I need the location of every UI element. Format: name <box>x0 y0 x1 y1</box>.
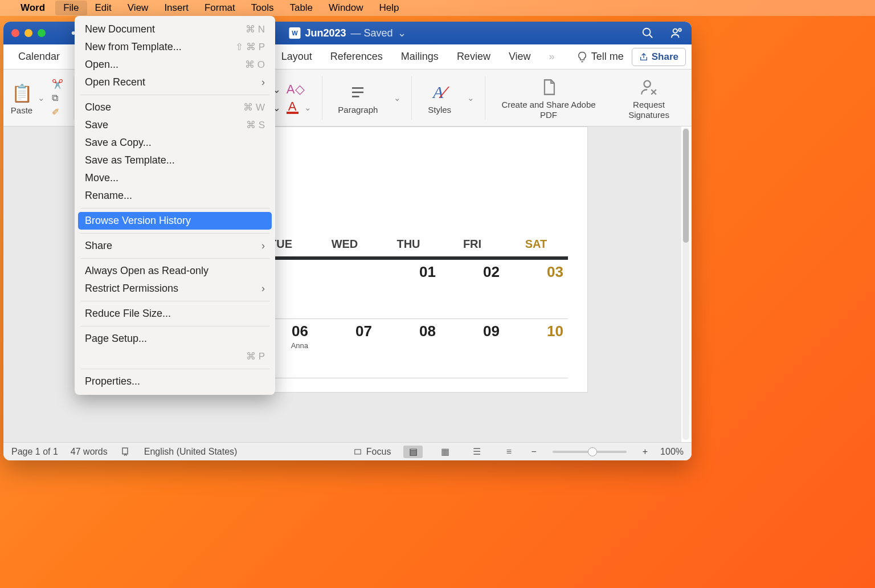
menu-page-setup[interactable]: Page Setup... <box>75 330 275 348</box>
window-close-button[interactable] <box>11 29 19 37</box>
word-count[interactable]: 47 words <box>71 447 108 457</box>
menu-read-only[interactable]: Always Open as Read-only <box>75 262 275 280</box>
menu-new-document[interactable]: New Document⌘ N <box>75 21 275 38</box>
menu-file[interactable]: File <box>55 1 87 15</box>
cal-cell[interactable]: 08 <box>419 322 436 340</box>
tab-references[interactable]: References <box>321 46 392 67</box>
menu-edit[interactable]: Edit <box>87 1 120 15</box>
search-icon[interactable] <box>641 27 654 39</box>
menu-insert[interactable]: Insert <box>156 1 197 15</box>
view-web-layout[interactable]: ▦ <box>435 446 455 458</box>
view-draft[interactable]: ≡ <box>499 446 518 458</box>
svg-point-3 <box>678 28 681 31</box>
menu-save[interactable]: Save⌘ S <box>75 116 275 134</box>
paragraph-label: Paragraph <box>338 105 378 115</box>
language-indicator[interactable]: English (United States) <box>144 447 238 457</box>
menu-open[interactable]: Open...⌘ O <box>75 56 275 74</box>
menu-help[interactable]: Help <box>371 1 407 15</box>
vertical-scrollbar[interactable] <box>682 128 689 440</box>
menu-save-copy[interactable]: Save a Copy... <box>75 134 275 152</box>
cal-cell[interactable]: 03 <box>547 263 563 280</box>
tab-layout[interactable]: Layout <box>272 46 321 67</box>
zoom-knob[interactable] <box>588 447 597 456</box>
svg-point-2 <box>673 29 677 33</box>
menu-restrict-permissions[interactable]: Restrict Permissions› <box>75 280 275 297</box>
paste-label: Paste <box>11 105 32 115</box>
chevron-right-icon: › <box>261 76 265 88</box>
focus-mode[interactable]: Focus <box>353 447 391 457</box>
menu-open-recent[interactable]: Open Recent› <box>75 74 275 91</box>
menu-view[interactable]: View <box>120 1 157 15</box>
menu-table[interactable]: Table <box>281 1 321 15</box>
zoom-level[interactable]: 100% <box>660 447 684 457</box>
paragraph-dropdown[interactable]: ⌄ <box>394 93 401 103</box>
clear-formatting-icon[interactable]: A◇ <box>287 82 305 97</box>
share-people-icon[interactable] <box>670 27 684 39</box>
tab-review[interactable]: Review <box>448 46 500 67</box>
tell-me[interactable]: Tell me <box>576 51 624 63</box>
window-minimize-button[interactable] <box>24 29 32 37</box>
cal-cell[interactable]: 06 <box>292 322 308 340</box>
format-painter-icon[interactable]: ✐ <box>52 107 63 117</box>
tabs-overflow-icon[interactable]: » <box>540 46 564 67</box>
focus-label: Focus <box>366 447 391 457</box>
menu-rename[interactable]: Rename... <box>75 187 275 205</box>
font-color-dropdown[interactable]: ⌄ <box>304 103 312 113</box>
spellcheck-icon[interactable] <box>120 447 132 457</box>
request-signatures[interactable]: Request Signatures <box>612 76 686 120</box>
menu-reduce-file-size[interactable]: Reduce File Size... <box>75 305 275 322</box>
page-indicator[interactable]: Page 1 of 1 <box>11 447 58 457</box>
window-zoom-button[interactable] <box>38 29 46 37</box>
menu-share[interactable]: Share› <box>75 237 275 255</box>
view-print-layout[interactable]: ▤ <box>403 446 423 458</box>
chevron-down-icon[interactable]: ⌄ <box>398 27 406 39</box>
tell-me-label: Tell me <box>591 51 624 63</box>
cal-cell[interactable]: 01 <box>419 263 436 280</box>
svg-rect-8 <box>355 449 361 454</box>
doc-name: Jun2023 <box>305 27 346 39</box>
cut-icon[interactable]: ✂️ <box>52 79 63 89</box>
tab-view[interactable]: View <box>500 46 540 67</box>
create-share-pdf[interactable]: Create and Share Adobe PDF <box>496 76 602 120</box>
menu-print[interactable]: ⌘ P <box>75 348 275 365</box>
menu-close[interactable]: Close⌘ W <box>75 99 275 116</box>
menu-move[interactable]: Move... <box>75 169 275 187</box>
save-state: — Saved <box>351 27 393 39</box>
copy-icon[interactable]: ⧉ <box>52 93 63 103</box>
paragraph-group[interactable]: Paragraph <box>332 81 383 115</box>
zoom-in[interactable]: + <box>643 447 648 457</box>
paragraph-icon <box>346 81 369 104</box>
cal-cell[interactable]: 10 <box>547 322 563 340</box>
cal-cell[interactable]: 07 <box>355 322 372 340</box>
zoom-out[interactable]: − <box>531 447 536 457</box>
tab-calendar[interactable]: Calendar <box>9 46 69 67</box>
paste-button[interactable]: 📋 Paste <box>9 80 34 115</box>
menu-window[interactable]: Window <box>321 1 371 15</box>
menu-properties[interactable]: Properties... <box>75 373 275 390</box>
day-wed: WED <box>313 238 377 251</box>
app-name[interactable]: Word <box>16 2 50 14</box>
status-bar: Page 1 of 1 47 words English (United Sta… <box>3 442 692 460</box>
font-color-icon[interactable]: A <box>287 101 299 114</box>
chevron-right-icon: › <box>261 283 265 295</box>
zoom-slider[interactable] <box>553 451 627 453</box>
menu-browse-version-history[interactable]: Browse Version History <box>78 212 272 230</box>
svg-point-7 <box>644 81 651 87</box>
cal-cell[interactable]: 09 <box>483 322 500 340</box>
styles-group[interactable]: A⁄ Styles <box>422 81 457 115</box>
tab-mailings[interactable]: Mailings <box>392 46 448 67</box>
styles-dropdown[interactable]: ⌄ <box>467 93 475 103</box>
svg-point-0 <box>643 28 651 36</box>
cal-cell[interactable]: 02 <box>483 263 500 280</box>
menu-save-template[interactable]: Save as Template... <box>75 152 275 169</box>
scrollbar-thumb[interactable] <box>683 129 689 243</box>
document-title[interactable]: W Jun2023 — Saved ⌄ <box>289 27 406 39</box>
paste-dropdown[interactable]: ⌄ <box>38 93 45 103</box>
file-menu-dropdown: New Document⌘ N New from Template...⇧ ⌘ … <box>75 16 275 395</box>
menu-new-from-template[interactable]: New from Template...⇧ ⌘ P <box>75 38 275 56</box>
styles-icon: A⁄ <box>428 81 451 104</box>
menu-format[interactable]: Format <box>197 1 243 15</box>
menu-tools[interactable]: Tools <box>243 1 282 15</box>
view-outline[interactable]: ☰ <box>467 446 486 458</box>
share-button[interactable]: Share <box>632 48 686 66</box>
